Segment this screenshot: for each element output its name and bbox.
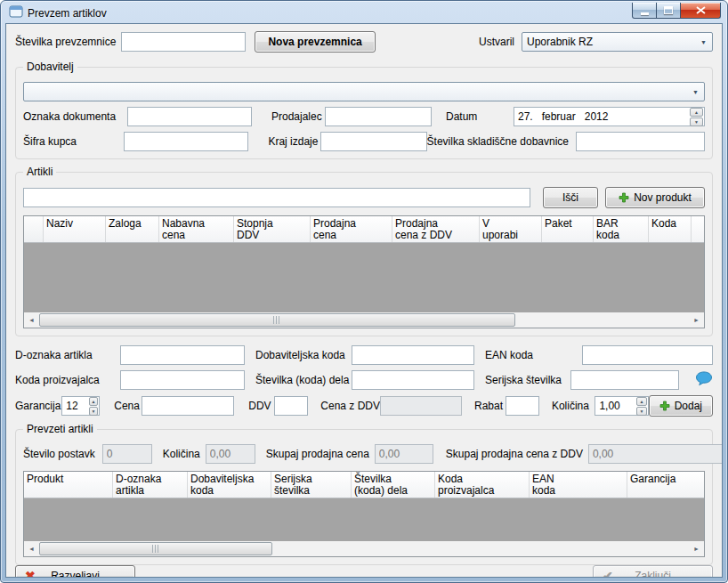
created-by-combobox[interactable]: Uporabnik RZ ▼: [522, 32, 713, 52]
client-area: Številka prevzemnice Nova prevzemnica Us…: [5, 23, 723, 578]
scrollbar-track[interactable]: [39, 541, 689, 556]
discount-label: Rabat: [474, 400, 506, 412]
d-code-input[interactable]: [120, 345, 245, 365]
discount-input[interactable]: [506, 396, 539, 416]
scroll-right-icon[interactable]: ►: [689, 312, 704, 328]
column-header-zaloga[interactable]: Zaloga: [106, 216, 159, 242]
received-quantity-value: [206, 444, 255, 464]
comment-bubble-icon[interactable]: [695, 371, 713, 389]
maximize-icon: [664, 6, 673, 14]
warehouse-note-input[interactable]: [576, 132, 705, 151]
seller-label: Prodajalec: [271, 110, 325, 123]
close-button[interactable]: [681, 3, 721, 19]
search-button[interactable]: Išči: [543, 187, 598, 208]
supplier-combobox[interactable]: ▼: [23, 82, 705, 101]
column-header-filler: [692, 216, 704, 242]
manufacturer-code-input[interactable]: [120, 370, 245, 390]
customer-code-input[interactable]: [124, 132, 248, 151]
column-header-v-uporabi[interactable]: V uporabi: [480, 216, 542, 242]
supplier-row-2: Šifra kupca Kraj izdaje Številka skladiš…: [23, 132, 705, 151]
column-header-koda[interactable]: Koda: [649, 216, 692, 242]
serial-number-label: Serijska številka: [485, 374, 570, 386]
issue-place-label: Kraj izdaje: [268, 135, 320, 148]
receipt-header-row: Številka prevzemnice Nova prevzemnica Us…: [15, 31, 713, 53]
items-count-label: Število postavk: [23, 448, 95, 460]
column-header-dobaviteljska-koda[interactable]: Dobaviteljska koda: [188, 472, 271, 498]
total-price-value: [375, 444, 433, 464]
new-receipt-button[interactable]: Nova prevzemnica: [255, 31, 375, 53]
footer: ✖ Razveljavi ✔ Zaključi: [15, 565, 713, 578]
scrollbar-grip-icon: [273, 316, 281, 324]
titlebar: Prevzem artiklov: [5, 1, 723, 23]
column-header-garancija[interactable]: Garancija: [627, 472, 704, 498]
finish-button[interactable]: ✔ Zaključi: [593, 565, 713, 578]
total-price-vat-label: Skupaj prodajna cena z DDV: [446, 448, 583, 460]
column-header-prodajna-cena[interactable]: Prodajna cena: [311, 216, 392, 242]
new-product-button[interactable]: Nov produkt: [605, 187, 705, 208]
ean-code-input[interactable]: [582, 345, 713, 365]
scroll-right-icon[interactable]: ►: [689, 541, 704, 556]
date-picker[interactable]: 27. februar 2012 ▲ ▼: [514, 107, 705, 126]
date-month: februar: [542, 110, 576, 123]
column-header-nabavna-cena[interactable]: Nabavna cena: [159, 216, 234, 242]
articles-group: Artikli Išči Nov produkt Naziv Zaloga Na…: [15, 172, 713, 336]
part-number-input[interactable]: [352, 370, 474, 390]
column-header-stopnja-ddv[interactable]: Stopnja DDV: [234, 216, 311, 242]
seller-input[interactable]: [325, 107, 432, 126]
item-entry-row-2: Koda proizvajalca Številka (koda) dela S…: [15, 370, 713, 390]
spin-up-icon[interactable]: ▲: [636, 397, 646, 406]
received-grid-body: [24, 498, 704, 541]
price-input[interactable]: [142, 396, 234, 416]
warranty-input[interactable]: [66, 398, 88, 414]
issue-place-input[interactable]: [320, 132, 427, 151]
spin-up-icon[interactable]: ▲: [89, 397, 98, 406]
scrollbar-thumb[interactable]: [39, 542, 272, 555]
warehouse-note-label: Številka skladiščne dobavnice: [427, 135, 569, 148]
spin-down-icon[interactable]: ▼: [636, 407, 646, 416]
minimize-icon: [641, 12, 649, 15]
vat-input[interactable]: [274, 396, 308, 416]
column-header-produkt[interactable]: Produkt: [24, 472, 113, 498]
spin-down-icon[interactable]: ▼: [690, 117, 703, 126]
scrollbar-thumb[interactable]: [39, 313, 515, 327]
maximize-button[interactable]: [657, 3, 681, 19]
quantity-stepper[interactable]: ▲ ▼: [595, 396, 648, 416]
document-code-input[interactable]: [127, 107, 252, 126]
column-header-bar-koda[interactable]: BAR koda: [594, 216, 649, 242]
chevron-down-icon: ▼: [697, 39, 710, 45]
add-button[interactable]: Dodaj: [649, 395, 713, 417]
item-entry-row-1: D-oznaka artikla Dobaviteljska koda EAN …: [15, 345, 713, 365]
receipt-number-input[interactable]: [121, 32, 246, 52]
row-selector-header[interactable]: [24, 216, 44, 242]
column-header-koda-proizvajalca[interactable]: Koda proizvajalca: [435, 472, 530, 498]
column-header-paket[interactable]: Paket: [542, 216, 594, 242]
date-day: 27.: [518, 110, 533, 123]
column-header-d-oznaka[interactable]: D-oznaka artikla: [113, 472, 188, 498]
spin-up-icon[interactable]: ▲: [690, 108, 703, 117]
spin-down-icon[interactable]: ▼: [89, 407, 98, 416]
column-header-serijska-stevilka[interactable]: Serijska številka: [271, 472, 352, 498]
received-group: Prevzeti artikli Število postavk Količin…: [15, 429, 713, 565]
supplier-group: Dobavitelj ▼ Oznaka dokumenta Prodajalec…: [15, 67, 713, 159]
articles-search-input[interactable]: [23, 188, 530, 207]
window-title: Prevzem artiklov: [28, 7, 107, 20]
column-header-naziv[interactable]: Naziv: [44, 216, 106, 242]
quantity-input[interactable]: [599, 398, 635, 414]
finish-button-label: Zaključi: [635, 570, 671, 578]
received-totals-row: Število postavk Količina Skupaj prodajna…: [23, 444, 705, 464]
column-header-ean-koda[interactable]: EAN koda: [530, 472, 627, 498]
minimize-button[interactable]: [632, 3, 657, 19]
document-code-label: Oznaka dokumenta: [23, 110, 127, 123]
column-header-prodajna-cena-z-ddv[interactable]: Prodajna cena z DDV: [392, 216, 480, 242]
cancel-button[interactable]: ✖ Razveljavi: [15, 565, 135, 578]
item-entry-row-3: Garancija ▲ ▼ Cena DDV Cena z DDV Rabat …: [15, 395, 713, 417]
scroll-left-icon[interactable]: ◄: [24, 312, 39, 328]
supplier-code-input[interactable]: [352, 345, 474, 365]
column-header-stevilka-dela[interactable]: Številka (koda) dela: [352, 472, 435, 498]
scrollbar-track[interactable]: [39, 312, 689, 328]
scroll-left-icon[interactable]: ◄: [24, 541, 39, 556]
total-price-vat-value: [588, 444, 723, 464]
warranty-spinner: ▲ ▼: [89, 397, 98, 415]
warranty-stepper[interactable]: ▲ ▼: [61, 396, 100, 416]
serial-number-input[interactable]: [570, 370, 679, 390]
